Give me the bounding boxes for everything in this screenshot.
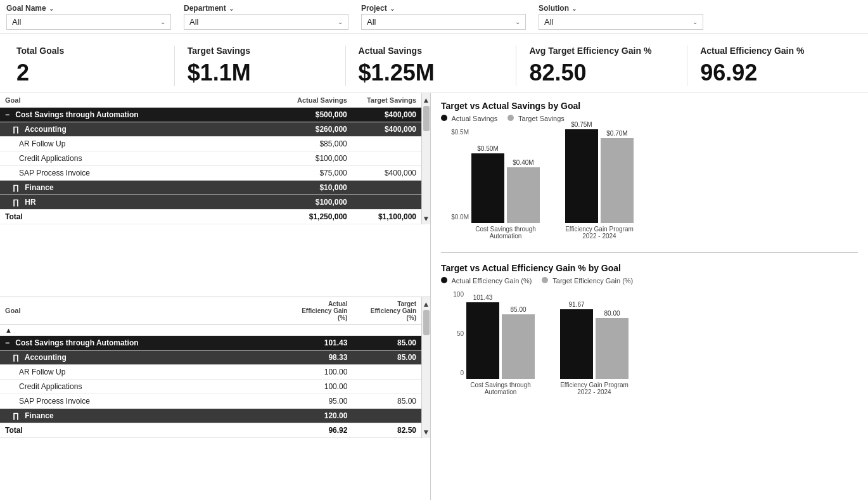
filter-bar: Goal Name ⌄ All ⌄ Department ⌄ All ⌄ Pro…: [0, 0, 868, 34]
bar-c2-label-target-2: 80.00: [604, 310, 620, 317]
table2-cell-target: [352, 364, 421, 379]
legend-dot-black-2: [441, 277, 447, 283]
chart1-title: Target vs Actual Savings by Goal: [441, 101, 858, 111]
table-row: SAP Process Invoice $75,000 $400,000: [0, 166, 421, 181]
col-header-target-savings: Target Savings: [352, 93, 421, 108]
table-cell-actual: $100,000: [283, 195, 352, 210]
filter-department: Department ⌄ All ⌄: [184, 4, 348, 30]
chevron-icon: ⌄: [229, 5, 234, 12]
table-cell-actual: $100,000: [283, 151, 352, 166]
scrollbar-2[interactable]: ▲ ▼: [421, 297, 430, 438]
bars-pair-2: $0.75M $0.70M: [565, 121, 634, 223]
filter-goal-name: Goal Name ⌄ All ⌄: [6, 4, 171, 30]
savings-table-section: Goal Actual Savings Target Savings − Cos…: [0, 93, 430, 297]
table2-cell-actual: 95.00: [284, 394, 353, 408]
table-cell-target: $400,000: [352, 166, 421, 181]
table-row: ∏ Accounting 98.33 85.00: [0, 350, 421, 364]
table2-cell-target: [352, 379, 421, 394]
bar-c2-label-actual-2: 91.67: [568, 301, 584, 308]
bar-actual-1: $0.50M: [471, 145, 504, 223]
chart-divider: [441, 252, 858, 253]
bar-c2-label-target-1: 85.00: [510, 306, 526, 313]
bar-label-target-2: $0.70M: [606, 130, 627, 137]
scroll-thumb-2[interactable]: [423, 310, 430, 335]
scroll-arrow-row: ▲: [0, 324, 421, 335]
kpi-target-savings-value: $1.1M: [188, 60, 251, 86]
bar-target-1: $0.40M: [507, 159, 540, 223]
table-cell-goal: ∏ HR: [0, 195, 283, 210]
chevron-down-icon: ⌄: [338, 18, 343, 25]
table2-cell-target: 85.00: [352, 394, 421, 408]
legend-actual-savings: Actual Savings: [441, 115, 497, 122]
bar-target-2: $0.70M: [601, 130, 634, 223]
kpi-total-goals-value: 2: [16, 60, 29, 86]
table2-cell-actual: 100.00: [284, 379, 353, 394]
kpi-actual-efficiency: Actual Efficiency Gain % 96.92: [687, 46, 858, 86]
filter-goal-name-select[interactable]: All ⌄: [6, 14, 171, 30]
kpi-actual-savings-title: Actual Savings: [359, 46, 422, 56]
kpi-total-goals-title: Total Goals: [16, 46, 64, 56]
filter-department-label: Department ⌄: [184, 4, 348, 13]
scroll-thumb[interactable]: [423, 106, 430, 131]
bar-c2-rect-actual-1: [466, 302, 499, 379]
chevron-down-icon: ⌄: [160, 18, 165, 25]
up-arrow-cell: ▲: [0, 324, 421, 335]
chevron-icon: ⌄: [49, 5, 54, 12]
scroll-down-arrow-2[interactable]: ▼: [421, 426, 430, 438]
bar-label-target-1: $0.40M: [513, 159, 533, 166]
table2-cell-actual: 96.92: [284, 423, 353, 437]
scroll-up-arrow[interactable]: ▲: [421, 94, 430, 106]
bars-pair-c2-1: 101.43 85.00: [466, 294, 535, 379]
table-cell-target: [352, 137, 421, 151]
chart2-title: Target vs Actual Efficiency Gain % by Go…: [441, 263, 858, 273]
legend-dot-gray-2: [542, 277, 548, 283]
filter-project-select[interactable]: All ⌄: [361, 14, 526, 30]
chart1-legend: Actual Savings Target Savings: [441, 115, 858, 122]
table-cell-actual: $75,000: [283, 166, 352, 181]
bar-c2-target-2: 80.00: [596, 310, 629, 379]
table-cell-target: $400,000: [352, 108, 421, 122]
bar-c2-actual-1: 101.43: [466, 294, 499, 379]
efficiency-table-section: Goal ActualEfficiency Gain(%) TargetEffi…: [0, 297, 430, 501]
kpi-avg-target-efficiency: Avg Target Efficiency Gain % 82.50: [516, 46, 687, 86]
table-cell-target: $400,000: [352, 122, 421, 137]
filter-goal-name-label: Goal Name ⌄: [6, 4, 171, 13]
legend-target-savings: Target Savings: [507, 115, 565, 122]
scroll-up-arrow-2[interactable]: ▲: [421, 298, 430, 310]
table-cell-goal: Total: [0, 210, 283, 224]
kpi-total-goals: Total Goals 2: [10, 46, 175, 86]
kpi-actual-efficiency-value: 96.92: [700, 60, 757, 86]
legend-actual-efficiency: Actual Efficiency Gain (%): [441, 277, 532, 285]
table2-cell-target: 85.00: [352, 335, 421, 350]
bar-label-actual-1: $0.50M: [477, 145, 498, 152]
filter-department-select[interactable]: All ⌄: [184, 14, 348, 30]
chevron-down-icon: ⌄: [515, 18, 520, 25]
col-header-goal-2: Goal: [0, 297, 284, 325]
bar-x-label-1: Cost Savings throughAutomation: [475, 226, 536, 240]
bar-actual-2: $0.75M: [565, 121, 598, 223]
filter-solution-select[interactable]: All ⌄: [539, 14, 703, 30]
table-row: Total $1,250,000 $1,100,000: [0, 210, 421, 224]
table-row: − Cost Savings through Automation $500,0…: [0, 108, 421, 122]
scroll-down-arrow[interactable]: ▼: [421, 213, 430, 224]
chevron-icon: ⌄: [571, 5, 577, 12]
col-header-actual-efficiency: ActualEfficiency Gain(%): [284, 297, 353, 325]
kpi-row: Total Goals 2 Target Savings $1.1M Actua…: [0, 34, 868, 93]
table2-cell-actual: 98.33: [284, 350, 353, 364]
col-header-goal: Goal: [0, 93, 283, 108]
table-cell-goal: AR Follow Up: [0, 137, 283, 151]
table-row: − Cost Savings through Automation 101.43…: [0, 335, 421, 350]
table2-cell-goal: SAP Process Invoice: [0, 394, 284, 408]
kpi-actual-savings-value: $1.25M: [359, 60, 435, 86]
bar-c2-actual-2: 91.67: [560, 301, 593, 379]
table2-cell-actual: 100.00: [284, 364, 353, 379]
table-row: AR Follow Up 100.00: [0, 364, 421, 379]
chart1-y-axis: $0.5M $0.0M: [441, 129, 469, 240]
chart1-area: $0.5M $0.0M $0.50M: [441, 129, 858, 240]
scrollbar-1[interactable]: ▲ ▼: [421, 93, 430, 224]
bar-rect-actual-2: [565, 129, 598, 223]
table2-cell-goal: AR Follow Up: [0, 364, 284, 379]
bar-c2-x-label-1: Cost Savings throughAutomation: [470, 381, 531, 395]
table-row: Credit Applications $100,000: [0, 151, 421, 166]
table-row: SAP Process Invoice 95.00 85.00: [0, 394, 421, 408]
